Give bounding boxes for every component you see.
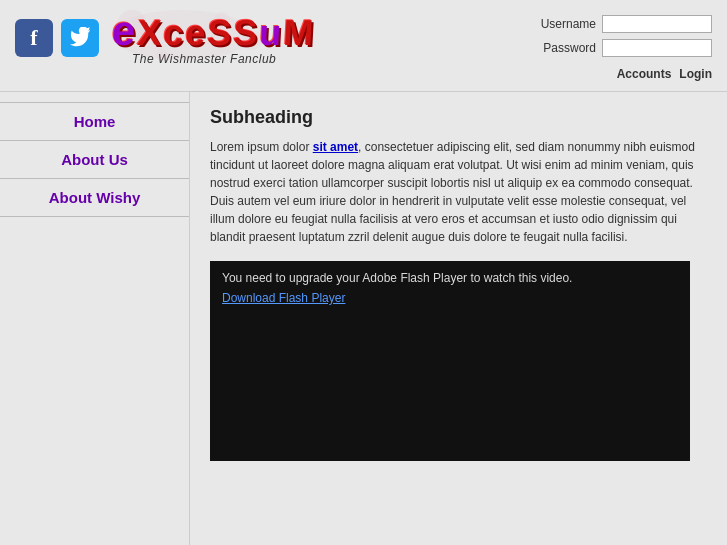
video-box: You need to upgrade your Adobe Flash Pla… <box>210 261 690 461</box>
header-right: Username Password Accounts Login <box>531 10 712 81</box>
content-area: Subheading Lorem ipsum dolor sit amet, c… <box>190 92 727 545</box>
accounts-link[interactable]: Accounts <box>617 67 672 81</box>
video-download-link[interactable]: Download Flash Player <box>222 291 678 305</box>
username-input[interactable] <box>602 15 712 33</box>
password-label: Password <box>531 41 596 55</box>
sidebar-item-about-wishy[interactable]: About Wishy <box>0 179 189 217</box>
content-subheading: Subheading <box>210 107 707 128</box>
login-button[interactable]: Login <box>679 67 712 81</box>
sidebar: Home About Us About Wishy <box>0 92 190 545</box>
facebook-icon[interactable]: f <box>15 19 53 57</box>
header: f eXceSSuM <box>0 0 727 92</box>
username-label: Username <box>531 17 596 31</box>
header-left: f eXceSSuM <box>15 10 315 66</box>
main-layout: Home About Us About Wishy Subheading Lor… <box>0 92 727 545</box>
sidebar-item-about-us[interactable]: About Us <box>0 141 189 179</box>
video-upgrade-text: You need to upgrade your Adobe Flash Pla… <box>222 271 678 285</box>
body-text-before: Lorem ipsum dolor <box>210 140 313 154</box>
page-wrapper: f eXceSSuM <box>0 0 727 545</box>
password-row: Password <box>531 39 712 57</box>
logo-subtitle: The Wishmaster Fanclub <box>132 52 276 66</box>
logo: eXceSSuM The Wishmaster Fanclub <box>112 10 315 66</box>
sidebar-item-home[interactable]: Home <box>0 102 189 141</box>
header-buttons: Accounts Login <box>617 67 712 81</box>
logo-title: eXceSSuM <box>111 10 317 52</box>
logo-area: eXceSSuM The Wishmaster Fanclub <box>112 10 315 66</box>
body-text-after: , consectetuer adipiscing elit, sed diam… <box>210 140 695 244</box>
twitter-icon[interactable] <box>61 19 99 57</box>
password-input[interactable] <box>602 39 712 57</box>
username-row: Username <box>531 15 712 33</box>
sit-amet-link[interactable]: sit amet <box>313 140 358 154</box>
content-body: Lorem ipsum dolor sit amet, consectetuer… <box>210 138 707 246</box>
